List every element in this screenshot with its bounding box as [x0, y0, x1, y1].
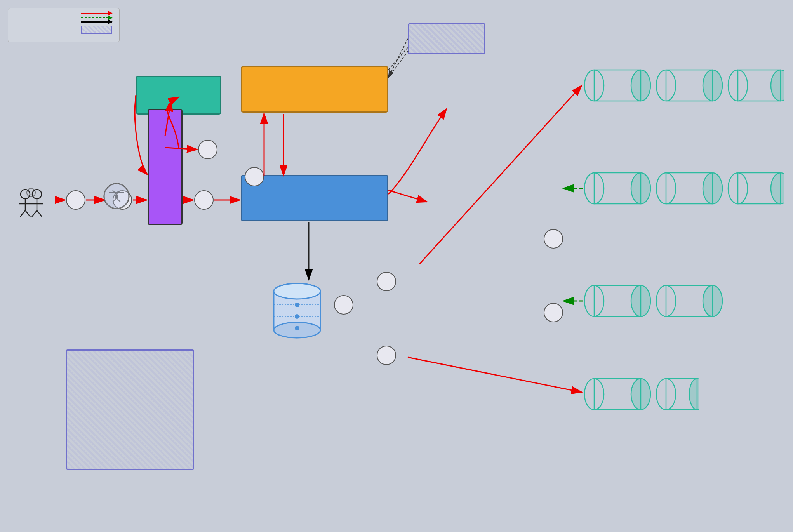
svg-point-10	[27, 188, 35, 197]
circle-6-kitchen	[377, 346, 396, 365]
svg-point-25	[703, 70, 722, 101]
circle-4	[245, 167, 264, 186]
svg-point-37	[771, 173, 784, 204]
svg-line-68	[388, 190, 427, 202]
svg-line-4	[25, 210, 30, 217]
circle-10-top	[544, 229, 563, 249]
svg-point-49	[689, 379, 699, 410]
grpc-spec-box	[81, 26, 112, 34]
svg-point-34	[703, 173, 722, 204]
api-endpoints-box	[66, 349, 194, 470]
svg-point-28	[771, 70, 784, 101]
circle-6-barista	[377, 272, 396, 291]
mq-lowest-cylinder	[583, 377, 699, 412]
svg-point-82	[104, 184, 129, 209]
sync-arrow-icon	[81, 13, 112, 14]
svg-point-31	[631, 173, 650, 204]
circle-3prime	[198, 140, 217, 159]
svg-point-46	[631, 379, 650, 410]
svg-point-40	[631, 285, 650, 316]
grpc-gateway-node	[148, 109, 183, 225]
svg-point-22	[631, 70, 650, 101]
mq-top-cylinders	[583, 68, 784, 103]
circle-3	[194, 190, 214, 210]
counter-service-node	[241, 175, 388, 221]
legend-db	[15, 21, 112, 23]
mq-bottom-cylinders	[583, 283, 784, 318]
users-group-icon	[16, 186, 54, 220]
svg-point-17	[295, 303, 299, 307]
db-arrow-icon	[81, 21, 112, 23]
svg-point-19	[295, 326, 299, 330]
legend	[8, 8, 120, 42]
circle-10-bottom	[544, 303, 563, 322]
legend-grpc	[15, 26, 112, 34]
svg-line-8	[32, 210, 37, 217]
proto-spec-box	[408, 23, 485, 54]
svg-point-5	[32, 190, 42, 199]
async-arrow-icon	[81, 17, 112, 18]
svg-point-14	[274, 283, 320, 299]
svg-point-43	[703, 285, 722, 316]
mq-mid-cylinders	[583, 171, 784, 206]
svg-point-0	[21, 190, 30, 199]
circle-1	[66, 190, 85, 210]
svg-line-72	[408, 357, 582, 392]
svg-line-67	[388, 39, 408, 78]
svg-line-65	[388, 47, 409, 70]
circle-11	[334, 295, 353, 315]
product-service-node	[241, 66, 388, 113]
svg-line-66	[388, 50, 409, 78]
svg-point-18	[295, 314, 299, 319]
legend-sync	[15, 13, 112, 14]
database-icon	[272, 280, 322, 349]
legend-async	[15, 17, 112, 18]
load-balancer-icon	[103, 183, 130, 210]
svg-line-9	[37, 210, 42, 217]
svg-line-3	[20, 210, 25, 217]
